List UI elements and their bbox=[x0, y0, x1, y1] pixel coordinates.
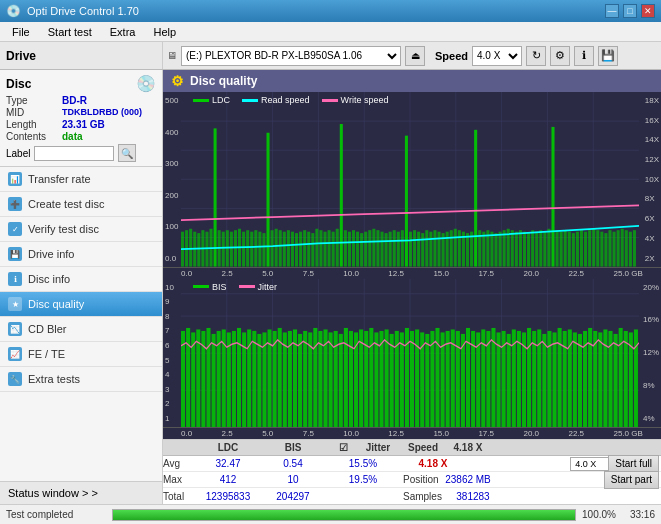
bottom-chart-y-left: 10 9 8 7 6 5 4 3 2 1 bbox=[165, 279, 174, 427]
svg-rect-49 bbox=[323, 232, 326, 267]
svg-rect-118 bbox=[604, 233, 607, 266]
svg-rect-88 bbox=[482, 232, 485, 267]
svg-rect-113 bbox=[584, 232, 587, 267]
svg-rect-191 bbox=[446, 331, 450, 427]
disc-label-search-button[interactable]: 🔍 bbox=[118, 144, 136, 162]
nav-cd-bler[interactable]: 📉 CD Bler bbox=[0, 317, 162, 342]
disc-icon: 💿 bbox=[136, 74, 156, 93]
settings-button[interactable]: ⚙ bbox=[550, 46, 570, 66]
svg-rect-168 bbox=[329, 332, 333, 427]
svg-rect-80 bbox=[450, 230, 453, 266]
time-text: 33:16 bbox=[630, 509, 655, 520]
svg-rect-99 bbox=[527, 233, 530, 266]
close-button[interactable]: ✕ bbox=[641, 4, 655, 18]
svg-rect-91 bbox=[494, 233, 497, 266]
nav-drive-info[interactable]: 💾 Drive info bbox=[0, 242, 162, 267]
svg-rect-180 bbox=[390, 334, 394, 427]
svg-rect-110 bbox=[572, 233, 575, 266]
svg-rect-33 bbox=[258, 232, 261, 267]
svg-rect-54 bbox=[344, 230, 347, 266]
svg-rect-170 bbox=[339, 334, 343, 427]
svg-rect-212 bbox=[552, 332, 556, 427]
svg-rect-46 bbox=[311, 233, 314, 266]
svg-rect-92 bbox=[499, 232, 502, 267]
fe-te-icon: 📈 bbox=[8, 347, 22, 361]
svg-rect-86 bbox=[474, 130, 477, 267]
write-speed-legend-label: Write speed bbox=[341, 95, 389, 105]
status-text: Test completed bbox=[6, 509, 106, 520]
stats-avg-label: Avg bbox=[163, 458, 193, 469]
svg-rect-115 bbox=[592, 229, 595, 267]
disc-title: Disc bbox=[6, 77, 31, 91]
extra-tests-icon: 🔧 bbox=[8, 372, 22, 386]
svg-rect-61 bbox=[372, 229, 375, 267]
nav-disc-info[interactable]: ℹ Disc info bbox=[0, 267, 162, 292]
disc-label-input[interactable] bbox=[34, 146, 114, 161]
eject-button[interactable]: ⏏ bbox=[405, 46, 425, 66]
nav-disc-quality[interactable]: ★ Disc quality bbox=[0, 292, 162, 317]
stats-samples-label: Samples bbox=[403, 491, 443, 502]
nav-create-test-disc[interactable]: ➕ Create test disc bbox=[0, 192, 162, 217]
read-speed-legend-color bbox=[242, 99, 258, 102]
svg-rect-207 bbox=[527, 328, 531, 427]
save-button[interactable]: 💾 bbox=[598, 46, 618, 66]
maximize-button[interactable]: □ bbox=[623, 4, 637, 18]
menu-extra[interactable]: Extra bbox=[106, 25, 140, 39]
svg-rect-52 bbox=[336, 229, 339, 267]
menu-file[interactable]: File bbox=[8, 25, 34, 39]
svg-rect-90 bbox=[490, 232, 493, 267]
svg-rect-187 bbox=[425, 334, 429, 427]
stats-total-label: Total bbox=[163, 491, 193, 502]
svg-rect-45 bbox=[307, 232, 310, 267]
svg-rect-125 bbox=[633, 230, 636, 266]
disc-mid-label: MID bbox=[6, 107, 58, 118]
svg-rect-108 bbox=[564, 230, 567, 266]
drive-info-icon: 💾 bbox=[8, 247, 22, 261]
nav-verify-test-disc[interactable]: ✓ Verify test disc bbox=[0, 217, 162, 242]
disc-length-value: 23.31 GB bbox=[62, 119, 105, 130]
svg-rect-176 bbox=[369, 328, 373, 427]
svg-rect-71 bbox=[413, 230, 416, 266]
stats-avg-ldc: 32.47 bbox=[193, 458, 263, 469]
svg-rect-179 bbox=[385, 329, 389, 427]
svg-rect-31 bbox=[250, 232, 253, 267]
menu-start-test[interactable]: Start test bbox=[44, 25, 96, 39]
drive-dropdown[interactable]: (E:) PLEXTOR BD-R PX-LB950SA 1.06 bbox=[181, 46, 401, 66]
stats-header-speed: Speed bbox=[403, 442, 443, 453]
drive-label: Drive bbox=[6, 49, 36, 63]
status-window-button[interactable]: Status window > > bbox=[0, 481, 162, 504]
nav-fe-te[interactable]: 📈 FE / TE bbox=[0, 342, 162, 367]
refresh-button[interactable]: ↻ bbox=[526, 46, 546, 66]
disc-type-value: BD-R bbox=[62, 95, 87, 106]
menu-help[interactable]: Help bbox=[149, 25, 180, 39]
svg-rect-70 bbox=[409, 232, 412, 267]
disc-contents-label: Contents bbox=[6, 131, 58, 142]
svg-rect-144 bbox=[206, 328, 210, 427]
verify-test-disc-icon: ✓ bbox=[8, 222, 22, 236]
svg-rect-96 bbox=[515, 232, 518, 267]
svg-rect-53 bbox=[340, 124, 343, 267]
speed-dropdown[interactable]: 1.0 X2.0 X4.0 X6.0 X8.0 X bbox=[472, 46, 522, 66]
svg-rect-112 bbox=[580, 230, 583, 266]
svg-rect-41 bbox=[291, 232, 294, 267]
svg-rect-101 bbox=[535, 232, 538, 267]
svg-rect-44 bbox=[303, 230, 306, 266]
nav-extra-tests[interactable]: 🔧 Extra tests bbox=[0, 367, 162, 392]
svg-rect-57 bbox=[356, 232, 359, 267]
start-part-button[interactable]: Start part bbox=[604, 471, 659, 489]
info-button[interactable]: ℹ bbox=[574, 46, 594, 66]
disc-quality-icon: ★ bbox=[8, 297, 22, 311]
stats-max-jitter: 19.5% bbox=[323, 474, 403, 485]
titlebar: 💿 Opti Drive Control 1.70 — □ ✕ bbox=[0, 0, 661, 22]
svg-rect-40 bbox=[287, 230, 290, 266]
bottom-chart-y-right: 20% 16% 12% 8% 4% bbox=[643, 279, 659, 427]
svg-rect-81 bbox=[454, 229, 457, 267]
nav-transfer-rate[interactable]: 📊 Transfer rate bbox=[0, 167, 162, 192]
svg-rect-51 bbox=[332, 232, 335, 267]
nav-disc-quality-label: Disc quality bbox=[28, 298, 84, 310]
svg-rect-121 bbox=[617, 230, 620, 266]
top-chart: LDC Read speed Write speed 500 400 300 bbox=[163, 92, 661, 268]
stats-header-ldc: LDC bbox=[193, 442, 263, 453]
minimize-button[interactable]: — bbox=[605, 4, 619, 18]
svg-rect-114 bbox=[588, 230, 591, 266]
